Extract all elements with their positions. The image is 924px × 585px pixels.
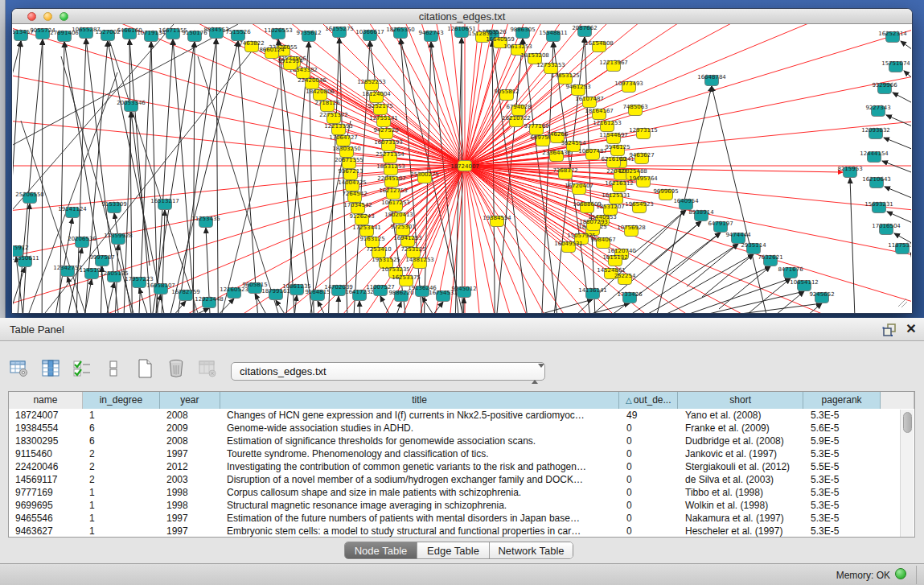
table-row[interactable]: 911546021997Tourette syndrome. Phenomeno… bbox=[9, 447, 914, 460]
table-panel-header[interactable]: Table Panel ✕ bbox=[0, 318, 924, 341]
table-cell: Estimation of the future numbers of pati… bbox=[220, 512, 620, 525]
table-cell: 1 bbox=[83, 512, 160, 525]
graph-node-label: 9725301 bbox=[390, 224, 415, 230]
table-row[interactable]: 946362711997Embryonic stem cells: a mode… bbox=[9, 525, 914, 538]
status-bar: Memory: OK bbox=[0, 563, 924, 585]
new-table-icon[interactable] bbox=[133, 358, 156, 379]
table-row[interactable]: 1938455462009Genome-wide association stu… bbox=[9, 422, 914, 435]
network-view-canvas[interactable]: 9613457905572427691406106552871527002646… bbox=[13, 24, 911, 313]
table-cell: Wolkin et al. (1998) bbox=[679, 499, 804, 512]
graph-node-label: 16648784 bbox=[697, 74, 726, 80]
black-edge bbox=[634, 210, 686, 253]
table-row[interactable]: 969969511998Structural magnetic resonanc… bbox=[9, 499, 914, 512]
table-cell: 5.9E-5 bbox=[804, 435, 881, 447]
scrollbar-thumb[interactable] bbox=[903, 412, 912, 433]
graph-node-label: 11253435 bbox=[191, 216, 220, 222]
graph-node-label: 10753235 bbox=[381, 266, 410, 273]
column-header-pagerank[interactable]: pagerank bbox=[803, 392, 881, 409]
table-cell: 0 bbox=[620, 512, 679, 525]
column-header-out-de-[interactable]: △out_de... bbox=[619, 392, 678, 409]
table-cell: 9465546 bbox=[9, 512, 83, 525]
graph-node-label: 16154808 bbox=[585, 40, 614, 47]
graph-node-label: 8938914 bbox=[688, 209, 714, 216]
tab-network-table[interactable]: Network Table bbox=[490, 542, 573, 558]
graph-node-label: 10688609 bbox=[573, 201, 602, 208]
graph-node-label: 22420046 bbox=[298, 77, 326, 84]
table-cell: 0 bbox=[620, 473, 679, 486]
graph-node-label: 12213393 bbox=[324, 123, 353, 130]
graph-node-label: 16720407 bbox=[565, 183, 593, 189]
table-cell: 0 bbox=[620, 422, 679, 435]
graph-node-label: 10654112 bbox=[790, 279, 819, 286]
row-height-icon[interactable] bbox=[102, 358, 125, 379]
graph-node-label: 7515526 bbox=[225, 29, 251, 35]
graph-node-label: 1615132 bbox=[602, 254, 627, 261]
close-panel-icon[interactable]: ✕ bbox=[904, 322, 918, 336]
graph-node-label: 7253125 bbox=[400, 246, 425, 253]
table-cell: 5.3E-5 bbox=[804, 512, 881, 525]
table-cell: 0 bbox=[620, 435, 679, 447]
table-panel: Table Panel ✕ bbox=[0, 318, 924, 585]
graph-node-label: 9777169 bbox=[524, 123, 548, 130]
table-cell: 0 bbox=[620, 486, 679, 499]
table-settings-icon[interactable] bbox=[8, 358, 31, 379]
graph-node-label: 17853125 bbox=[551, 72, 580, 79]
column-header-name[interactable]: name bbox=[9, 392, 83, 409]
float-panel-icon[interactable] bbox=[881, 323, 899, 337]
table-row[interactable]: 1872400712008Changes of HCN gene express… bbox=[9, 409, 914, 422]
graph-node-label: 12973115 bbox=[629, 127, 658, 134]
graph-node-label: 17064727 bbox=[329, 134, 358, 141]
black-edge bbox=[462, 38, 462, 313]
graph-node-label: 16212753 bbox=[379, 187, 408, 194]
graph-node-label: 25271354 bbox=[376, 151, 405, 158]
graph-node-label: 25300275 bbox=[410, 171, 439, 178]
table-cell: Corpus callosum shape and size in male p… bbox=[220, 486, 620, 499]
table-row[interactable]: 946554611997Estimation of the future num… bbox=[9, 512, 914, 525]
column-header-title[interactable]: title bbox=[220, 392, 620, 409]
tab-edge-table[interactable]: Edge Table bbox=[417, 542, 490, 558]
table-row[interactable]: 2242004622012Investigating the contribut… bbox=[9, 460, 914, 473]
delete-table-icon[interactable] bbox=[165, 358, 187, 379]
table-row[interactable]: 1456911722003Disruption of a novel membe… bbox=[9, 473, 914, 486]
table-toolbar: f(x) bbox=[8, 356, 250, 381]
table-row[interactable]: 977716911998Corpus callosum shape and si… bbox=[9, 486, 914, 499]
black-edge bbox=[770, 303, 822, 313]
table-cell: 22420046 bbox=[9, 460, 83, 473]
memory-status-indicator[interactable] bbox=[895, 568, 906, 579]
graph-node-label: 16513217 bbox=[150, 198, 179, 204]
graph-node-label: 16073193 bbox=[374, 139, 403, 146]
column-header-short[interactable]: short bbox=[678, 392, 803, 409]
select-columns-icon[interactable] bbox=[39, 358, 62, 379]
graph-node-label: 6479197 bbox=[708, 220, 733, 227]
graph-node-label: 16210722 bbox=[502, 115, 531, 122]
window-titlebar[interactable]: citations_edges.txt bbox=[12, 9, 912, 24]
graph-node-label: 3915912 bbox=[13, 245, 29, 251]
table-row[interactable]: 1830029562008Estimation of significance … bbox=[9, 435, 914, 447]
black-edge bbox=[641, 254, 754, 313]
graph-node-label: 18164167 bbox=[585, 108, 614, 114]
table-selector-dropdown[interactable]: citations_edges.txt bbox=[231, 362, 545, 381]
graph-node-label: 16107487 bbox=[575, 96, 604, 102]
black-edge bbox=[278, 39, 294, 313]
graph-node-label: 12342757 bbox=[53, 265, 82, 271]
vertical-scrollbar[interactable] bbox=[900, 410, 914, 537]
table-cell: Changes of HCN gene expression and I(f) … bbox=[220, 409, 620, 422]
select-rows-icon[interactable] bbox=[71, 358, 93, 379]
black-edge bbox=[216, 39, 218, 313]
graph-node-label: 18153208 bbox=[520, 52, 549, 59]
network-window[interactable]: citations_edges.txt 96134579055724276914… bbox=[11, 8, 913, 314]
graph-node-label: 9329966 bbox=[872, 82, 897, 89]
graph-node-label: 18124004 bbox=[362, 91, 391, 97]
graph-node-label: 12852253 bbox=[357, 79, 386, 85]
black-edge bbox=[222, 89, 278, 313]
column-header-year[interactable]: year bbox=[160, 392, 220, 409]
window-title: citations_edges.txt bbox=[12, 10, 912, 23]
graph-node-label: 9735612 bbox=[296, 30, 321, 36]
graph-node-label: 9699695 bbox=[653, 188, 678, 195]
dropdown-stepper-icon bbox=[532, 365, 540, 378]
tab-node-table[interactable]: Node Table bbox=[345, 542, 417, 558]
table-cell: Dudbridge et al. (2008) bbox=[679, 435, 804, 447]
column-header-in-degree[interactable]: in_degree bbox=[83, 392, 160, 409]
black-edge bbox=[893, 93, 911, 108]
graph-node-label: 9252175 bbox=[368, 103, 392, 109]
